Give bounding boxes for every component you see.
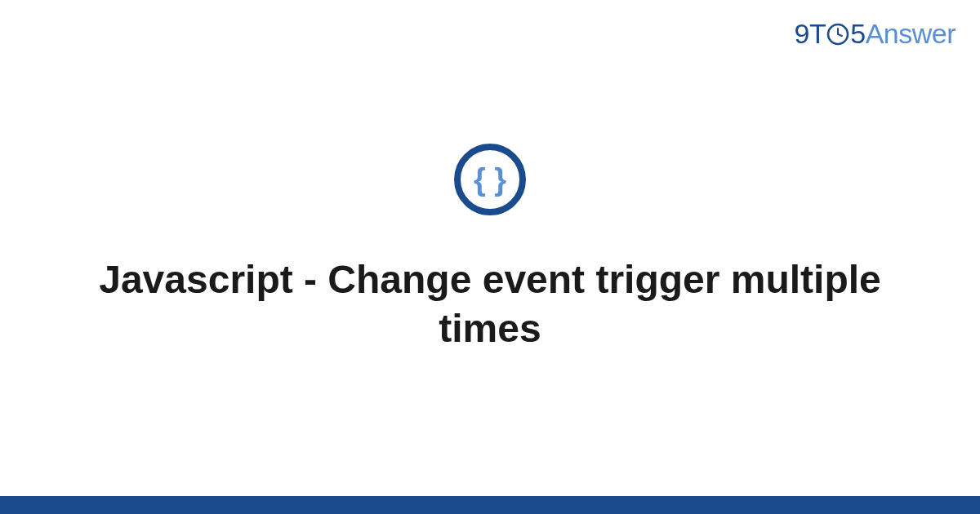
footer-bar xyxy=(0,496,980,514)
code-braces-icon: { } xyxy=(453,143,527,216)
svg-text:{ }: { } xyxy=(474,162,506,197)
content-area: { } Javascript - Change event trigger mu… xyxy=(0,0,980,496)
question-title: Javascript - Change event trigger multip… xyxy=(82,255,898,353)
